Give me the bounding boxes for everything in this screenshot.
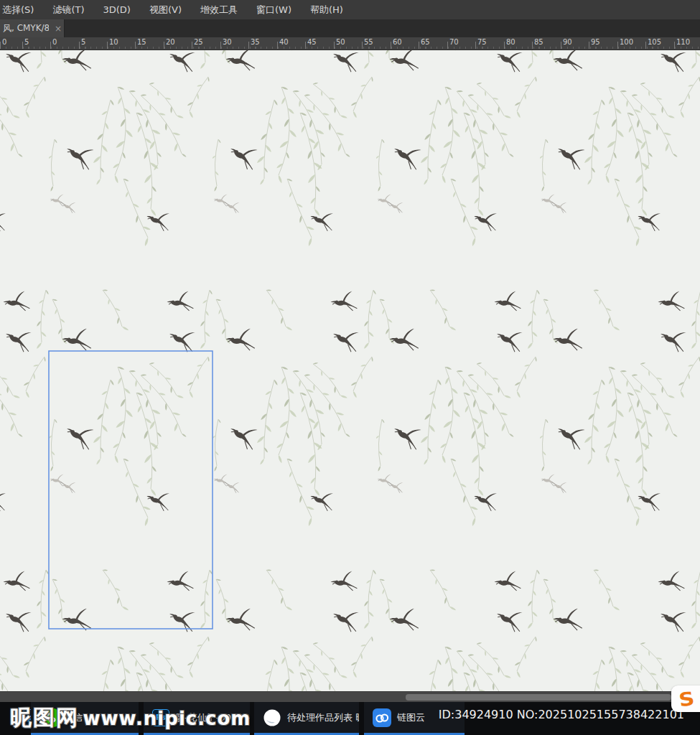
ruler-tick-label: 110 <box>676 38 690 46</box>
horizontal-scrollbar-thumb[interactable] <box>406 694 671 701</box>
ruler-tick-label: 0 <box>52 38 57 46</box>
ruler-tick <box>504 42 505 49</box>
s-logo-letter: S <box>678 687 696 711</box>
taskbar-button-label: 待处理作品列表 昵... <box>287 711 359 724</box>
ruler-tick <box>277 42 278 49</box>
ruler-tick-label: 95 <box>591 38 600 46</box>
ruler-tick <box>362 42 363 49</box>
watermark-site-name: 昵图网 <box>10 705 79 730</box>
taskbar-button-nipic-browser[interactable]: 待处理作品列表 昵... <box>254 702 359 735</box>
ruler-tick <box>50 42 51 49</box>
close-icon[interactable]: × <box>52 24 64 34</box>
ruler-tick-label: 40 <box>279 38 289 46</box>
nipic-watermark: 昵图网 www.nipic.com <box>10 703 251 733</box>
ruler-tick <box>0 42 1 49</box>
ruler-tick <box>164 42 164 49</box>
menu-item-4[interactable]: 增效工具 <box>191 0 247 19</box>
document-tab[interactable]: 风, CMYK/8) * × <box>0 19 65 37</box>
ruler-tick-label: 100 <box>620 38 633 46</box>
document-tab-title: 风, CMYK/8) * <box>3 22 49 34</box>
ruler-tick <box>305 42 306 49</box>
ruler-tick-label: 30 <box>223 38 232 46</box>
ruler-tick-label: 10 <box>109 38 118 46</box>
ruler-tick <box>135 42 136 49</box>
ruler-tick-label: 50 <box>336 38 345 46</box>
menu-item-6[interactable]: 帮助(H) <box>301 0 353 19</box>
ruler-tick <box>248 42 249 49</box>
photoshop-window: 选择(S)滤镜(T)3D(D)视图(V)增效工具窗口(W)帮助(H) 风, CM… <box>0 0 700 735</box>
liantu-cloud-icon <box>373 708 391 727</box>
ruler-tick-label: 60 <box>393 38 402 46</box>
ruler-tick <box>645 42 646 49</box>
ruler-tick-label: 90 <box>563 38 572 46</box>
ruler-tick <box>334 42 335 49</box>
pattern-artwork <box>0 50 700 691</box>
ruler-tick-label: 65 <box>421 38 430 46</box>
ruler-tick <box>561 42 561 49</box>
ruler-tick <box>674 42 675 49</box>
ruler-tick-label: 70 <box>449 38 459 46</box>
ruler-tick <box>79 42 80 49</box>
canvas[interactable] <box>0 50 700 691</box>
ruler-tick <box>391 42 391 49</box>
menu-item-5[interactable]: 窗口(W) <box>247 0 301 19</box>
taskbar-button-label: 链图云 <box>397 711 425 724</box>
ruler-tick-label: 20 <box>166 38 175 46</box>
ruler-tick <box>192 42 192 49</box>
ruler-tick-label: 45 <box>307 38 317 46</box>
menu-bar: 选择(S)滤镜(T)3D(D)视图(V)增效工具窗口(W)帮助(H) <box>0 0 700 19</box>
ruler-tick <box>419 42 419 49</box>
document-tab-bar: 风, CMYK/8) * × <box>0 19 700 37</box>
horizontal-ruler: 0505101520253035404550556065707580859095… <box>0 37 700 50</box>
ruler-minor-ticks <box>0 47 700 49</box>
ruler-tick <box>220 42 221 49</box>
ruler-tick <box>22 42 23 49</box>
menu-item-1[interactable]: 滤镜(T) <box>43 0 93 19</box>
ruler-tick-label: 25 <box>194 38 203 46</box>
ruler-tick <box>532 42 533 49</box>
ruler-tick-label: 75 <box>477 38 487 46</box>
ruler-tick-label: 0 <box>2 38 6 46</box>
ruler-tick <box>617 42 618 49</box>
menu-item-2[interactable]: 3D(D) <box>94 0 140 19</box>
ruler-tick <box>589 42 589 49</box>
menu-item-0[interactable]: 选择(S) <box>0 0 43 19</box>
snip-tool-logo: S <box>671 685 700 712</box>
ruler-tick-label: 55 <box>364 38 373 46</box>
ruler-tick-label: 80 <box>506 38 515 46</box>
ruler-tick-label: 85 <box>534 38 543 46</box>
ruler-tick-label: 5 <box>81 38 85 46</box>
image-id-text: ID:34924910 NO:20251025155738422101 <box>439 708 684 721</box>
watermark-site-url: www.nipic.com <box>83 708 251 729</box>
ruler-tick-label: 5 <box>24 38 29 46</box>
ruler-tick-label: 35 <box>251 38 260 46</box>
ruler-tick <box>107 42 108 49</box>
ruler-tick <box>475 42 476 49</box>
ruler-tick <box>447 42 448 49</box>
ruler-tick-label: 15 <box>137 38 146 46</box>
browser-icon <box>263 708 281 727</box>
ruler-tick-label: 105 <box>648 38 661 46</box>
horizontal-scrollbar-track[interactable] <box>0 691 700 702</box>
menu-item-3[interactable]: 视图(V) <box>140 0 191 19</box>
